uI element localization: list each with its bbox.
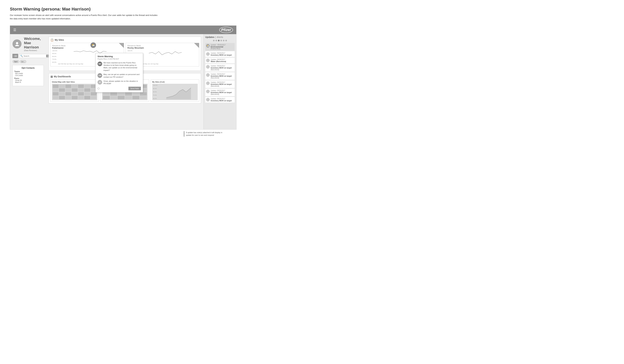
update-title-3: Water (Barcelona): [211, 60, 234, 62]
add-widget-button[interactable]: +⊞: [12, 54, 18, 58]
hamburger-icon[interactable]: ☰: [13, 28, 16, 32]
update-text-2: Update- 09/26/2017 Inventory MOH on targ…: [211, 52, 234, 56]
update-icon-8: [206, 98, 210, 102]
dot-4[interactable]: [220, 40, 222, 41]
update-text-8: Update- 09/26/2017 Inventory MOH on targ…: [211, 98, 234, 102]
dot-2[interactable]: [215, 40, 217, 41]
update-icon-1: ⛅: [206, 44, 210, 48]
update-item-3[interactable]: Update- 09/26/2017 Water (Barcelona): [205, 58, 235, 64]
update-text-5: Update- 09/26/2017 Inventory MOH on targ…: [211, 73, 234, 79]
dashboard-title-3: My Sites (Co2): [152, 81, 198, 83]
update-subtitle-1: (Puerto Rico): [211, 48, 234, 50]
updates-tab[interactable]: Updates: [205, 36, 214, 38]
storm-warning-popup: Storm Warning Puerto Rico | 5:40 PM AST …: [95, 53, 143, 92]
dot-1[interactable]: [213, 40, 215, 41]
update-subtitle-4: (Barcelona): [211, 69, 234, 71]
msg-mh: We have reached out to the Puerto Rico V…: [104, 62, 141, 72]
dot-3[interactable]: [218, 40, 220, 41]
annotation-text: If update has note(s) attached it will d…: [186, 131, 222, 136]
storm-popup-container: ⛅ Storm Warning Puerto Rico | 5:40 PM AS…: [94, 43, 141, 83]
update-item-5[interactable]: Update- 09/26/2017 Inventory MOH on targ…: [205, 72, 235, 80]
svg-marker-1: [166, 88, 191, 99]
conv-jc: JC Omar, please update me on the situati…: [98, 80, 141, 85]
search-icon: 🔍: [20, 55, 23, 57]
dot-5[interactable]: [223, 40, 225, 41]
my-sites-icon: 📋: [51, 38, 54, 42]
update-item-7[interactable]: Update- 09/26/2017 Inventory MOH on targ…: [205, 89, 235, 96]
filter-tags: OpU Lo...: [12, 60, 44, 63]
dashboard-chart-co2: 100.0%90.0%80.0%70.0%60.0% Nov Dec Jan F…: [152, 84, 198, 100]
send-note-area: Send Note: [98, 87, 141, 90]
teams-label: Teams: [14, 70, 42, 72]
update-title-5: Inventory MOH on target: [211, 75, 234, 77]
update-subtitle-6: (Barcelona): [211, 85, 234, 87]
avatar-om: OM: [98, 73, 102, 78]
update-icon-3: [206, 59, 210, 62]
dashboard-title-1: Global Map with OpU Sites: [52, 81, 97, 83]
annotation: If update has note(s) attached it will d…: [184, 131, 225, 137]
contact-ca-leads: CA Leads: [14, 74, 42, 76]
storm-cloud-icon: ⛅: [90, 42, 96, 48]
alerts-tab[interactable]: Alerts: [217, 36, 223, 38]
update-date-6: Update- 09/26/2017: [211, 81, 234, 83]
dashboards-label: My Dashboards: [54, 75, 71, 78]
dashboard-global-map[interactable]: Global Map with OpU Sites: [51, 79, 99, 102]
update-date-4: Update- 09/26/2017: [211, 65, 234, 67]
update-item-6[interactable]: Update- 09/26/2017 Inventory MOH on targ…: [205, 80, 235, 88]
update-text-1: Update - 09/26/2017 Environmental (Puert…: [211, 44, 234, 50]
send-note-button[interactable]: Send Note: [129, 87, 141, 90]
update-icon-2: [206, 52, 210, 56]
search-input[interactable]: [24, 55, 46, 57]
main-content: Welcome, Mae Harrison (Data Reviewer) +⊞…: [10, 34, 236, 129]
greeting: Welcome, Mae Harrison: [24, 37, 44, 50]
action-row: +⊞ 🔍 GO: [12, 54, 44, 58]
update-text-6: Update- 09/26/2017 Inventory MOH on targ…: [211, 81, 234, 87]
avatar: [12, 39, 22, 49]
conversation-thread: MH We have reached out to the Puerto Ric…: [98, 62, 141, 85]
update-item-2[interactable]: Update- 09/26/2017 Inventory MOH on targ…: [205, 51, 235, 57]
conv-mh: MH We have reached out to the Puerto Ric…: [98, 62, 141, 72]
pagination-dots: [205, 40, 235, 41]
dashboards-icon: ▦: [51, 75, 53, 78]
update-text-4: Update- 09/26/2017 Inventory MOH on targ…: [211, 65, 234, 71]
update-title-4: Inventory MOH on target: [211, 67, 234, 69]
update-item-4[interactable]: Update- 09/26/2017 Inventory MOH on targ…: [205, 64, 235, 72]
storm-location: Puerto Rico | 5:40 PM AST: [98, 58, 141, 60]
y-axis-1: 100.0%90.0%80.0%70.0%60.0%: [52, 50, 58, 63]
update-subtitle-5: (Barcelona): [211, 77, 234, 79]
update-icon-5: [206, 73, 210, 77]
update-title-1: Environmental: [211, 46, 234, 48]
dot-6[interactable]: [225, 40, 227, 41]
my-sites-header: 📋 My Sites: [51, 38, 199, 42]
app-frame: ☰ Pfizer Welcome, Mae Harrison (Data Rev…: [10, 26, 236, 130]
update-title-6: Inventory MOH on target: [211, 83, 234, 85]
avatar-mh: MH: [98, 62, 102, 66]
svg-point-0: [16, 42, 18, 44]
update-text-3: Update- 09/26/2017 Water (Barcelona): [211, 59, 234, 62]
contacts-box: OpU Contacts Teams NA Leads CA Leads Pee…: [12, 65, 44, 86]
update-date-7: Update- 09/26/2017: [211, 90, 234, 91]
conv-om: OM May, can we get an update on personne…: [98, 73, 141, 78]
welcome-section: Welcome, Mae Harrison (Data Reviewer): [12, 37, 44, 52]
page-description: Our reviewer home screen shows an alert …: [10, 14, 158, 21]
dashboard-co2[interactable]: My Sites (Co2) 100.0%90.0%80.0%70.0%60.0…: [151, 79, 199, 102]
filter-tag-lo[interactable]: Lo...: [20, 60, 26, 63]
update-date-8: Update- 09/26/2017: [211, 98, 234, 100]
my-sites-label: My Sites: [55, 39, 64, 41]
update-icon-7: [206, 90, 210, 93]
contacts-title: OpU Contacts: [14, 67, 42, 69]
update-icon-4: [206, 65, 210, 69]
corner-decoration-2: [194, 43, 199, 48]
update-item-1[interactable]: ⛅ Update - 09/26/2017 Environmental (Pue…: [205, 43, 235, 51]
teams-section: Teams NA Leads CA Leads: [14, 70, 42, 76]
update-item-8[interactable]: Update- 09/26/2017 Inventory MOH on targ…: [205, 97, 235, 103]
update-date-2: Update- 09/26/2017: [211, 52, 234, 54]
avatar-jc: JC: [98, 80, 102, 84]
center-area: 📋 My Sites Percent In Stock Kalamazoo 10…: [46, 34, 204, 129]
tab-divider: |: [215, 36, 216, 38]
update-date-3: Update- 09/26/2017: [211, 59, 234, 60]
indicator-dot: [98, 87, 100, 89]
update-title-7: Inventory MOH on target: [211, 91, 234, 93]
left-panel: Welcome, Mae Harrison (Data Reviewer) +⊞…: [10, 34, 46, 129]
filter-tag-opu[interactable]: OpU: [12, 60, 19, 63]
